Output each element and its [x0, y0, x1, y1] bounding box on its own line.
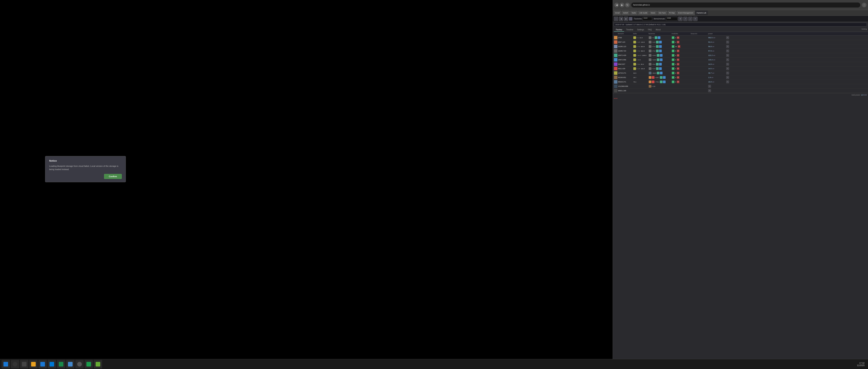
forward-button[interactable]: ▶	[620, 3, 624, 7]
shield-icon	[86, 362, 91, 367]
edit-btn-3[interactable]: ✎	[726, 45, 729, 48]
item-icon-2	[614, 40, 617, 44]
module-add-5[interactable]: +	[672, 54, 675, 57]
edit-btn-4[interactable]: ✎	[726, 50, 729, 52]
tab-about[interactable]: About	[654, 28, 662, 32]
module-remove-3[interactable]: ✕	[678, 45, 680, 48]
module-col-7: + 3 ✕	[672, 63, 691, 65]
belt-icon-7	[633, 63, 636, 65]
module-add-6[interactable]: +	[672, 58, 675, 61]
settings-small-button[interactable]: ⚙	[678, 17, 682, 21]
module-remove-8[interactable]: ✕	[677, 67, 679, 70]
home-button[interactable]: ⌂	[614, 17, 618, 21]
blueprint-date: 2019-07-30 · Updated 2.17 data to 2.17.6…	[615, 24, 665, 26]
tab-switch[interactable]: Switch	[622, 10, 630, 15]
import-button[interactable]: ↙	[688, 17, 692, 21]
edit-btn-2[interactable]: ✎	[726, 41, 729, 44]
items-per-minute-label: Items/minute:	[654, 18, 665, 20]
power-col-3: 56.8 kW	[708, 46, 725, 48]
search-button[interactable]	[11, 360, 19, 368]
module-add-2[interactable]: +	[672, 41, 675, 44]
factory-col-1: × 1	[649, 36, 672, 39]
module-remove-1[interactable]: ✕	[677, 36, 679, 39]
setting-button[interactable]: Setting	[862, 28, 867, 32]
tab-ri-map[interactable]: RI Map	[668, 10, 676, 15]
module-add-3[interactable]: +	[672, 45, 675, 48]
close-btn[interactable]: ✕	[693, 17, 698, 21]
tab-timeline[interactable]: Timeline	[624, 28, 635, 32]
belt-col-4: × 7.2 662.5	[633, 50, 649, 52]
edit-btn-10[interactable]: ✎	[726, 76, 729, 79]
tab-die-faze[interactable]: Die Faze	[657, 10, 667, 15]
confirm-button[interactable]: Confirm	[104, 174, 122, 179]
module-add-9[interactable]: +	[672, 72, 675, 75]
module-remove-10[interactable]: ✕	[677, 76, 679, 79]
module-remove-11[interactable]: ✕	[677, 81, 679, 83]
module-remove-5[interactable]: ✕	[677, 54, 679, 57]
edit-btn-1[interactable]: ✎	[726, 36, 729, 39]
module-col-2: + 2 ✕	[672, 41, 691, 44]
start-button[interactable]	[2, 360, 10, 368]
file-explorer-button[interactable]	[29, 360, 38, 368]
power-btn-13[interactable]: ✎	[708, 89, 711, 92]
edit-btn-8[interactable]: ✎	[726, 67, 729, 70]
tab-event-management[interactable]: Event Management	[677, 10, 695, 15]
back-button[interactable]: ◀	[614, 3, 619, 7]
edit-btn-6[interactable]: ✎	[726, 58, 729, 61]
back-factorio-button[interactable]: ◀	[619, 17, 623, 21]
tab-life-guide[interactable]: Life Guide	[638, 10, 649, 15]
factory-icon-9c	[660, 72, 662, 75]
calendar-button[interactable]	[57, 360, 65, 368]
module-remove-4[interactable]: ✕	[677, 50, 679, 52]
edit-btn-9[interactable]: ✎	[726, 72, 729, 75]
security-button[interactable]	[85, 360, 93, 368]
power-btn-12[interactable]: ✎	[708, 85, 711, 88]
module-add-8[interactable]: +	[672, 67, 675, 70]
factory-icon-2	[649, 41, 651, 44]
factory-icon-2c	[659, 41, 662, 44]
notice-title: Notice	[49, 159, 122, 162]
mail-button[interactable]	[48, 360, 56, 368]
tab-faq[interactable]: FAQ	[646, 28, 654, 32]
table-row: 98821.199 ✎	[613, 89, 868, 93]
game-panel: ◀ ▶ ↻ factoriolab.github.io ⋮ Gmail Swit…	[613, 0, 868, 369]
notice-footer: Confirm	[49, 174, 122, 179]
share-button[interactable]: ↗	[683, 17, 687, 21]
item-icon-13	[614, 89, 617, 92]
menu-button[interactable]: ⋮	[862, 3, 866, 7]
edit-btn-11[interactable]: ✎	[726, 81, 729, 83]
taskview-button[interactable]	[20, 360, 28, 368]
factory-col-5: × 14.3	[649, 54, 672, 57]
module-add-4[interactable]: +	[672, 50, 675, 52]
item-icon-1	[614, 36, 617, 39]
address-bar[interactable]: factoriolab.github.io	[631, 2, 860, 7]
module-remove-9[interactable]: ✕	[677, 72, 679, 75]
tab-factorio-lab[interactable]: Factorio Lab	[695, 10, 708, 15]
refresh-button[interactable]: ↻	[625, 3, 630, 7]
header-beacons: beacons	[691, 33, 708, 35]
tab-gmail[interactable]: Gmail	[614, 10, 621, 15]
tab-music[interactable]: Music	[649, 10, 657, 15]
factories-input[interactable]: 3163	[643, 17, 652, 21]
game-button[interactable]	[94, 360, 102, 368]
module-add-7[interactable]: +	[672, 63, 675, 65]
tab-factory[interactable]: Factory	[614, 28, 624, 32]
module-add-10[interactable]: +	[672, 76, 675, 79]
settings-button[interactable]	[75, 360, 84, 368]
factory-icon-8	[649, 67, 651, 70]
module-remove-2[interactable]: ✕	[677, 41, 679, 44]
module-remove-7[interactable]: ✕	[677, 63, 679, 65]
edge-button[interactable]	[38, 360, 47, 368]
edit-btn-7[interactable]: ✎	[726, 63, 729, 65]
edge-icon	[40, 362, 45, 367]
module-add-11[interactable]: +	[672, 81, 675, 83]
edit-btn-5[interactable]: ✎	[726, 54, 729, 57]
store-button[interactable]	[66, 360, 74, 368]
power-col-2: 52.4 kW	[708, 41, 725, 43]
forward-factorio-button[interactable]: ▶	[624, 17, 628, 21]
tab-tasks[interactable]: Tasks	[630, 10, 638, 15]
items-per-minute-input[interactable]: 3398	[666, 17, 678, 21]
module-add-1[interactable]: +	[672, 36, 675, 39]
tab-settings[interactable]: Settings	[635, 28, 646, 32]
module-remove-6[interactable]: ✕	[677, 58, 679, 61]
